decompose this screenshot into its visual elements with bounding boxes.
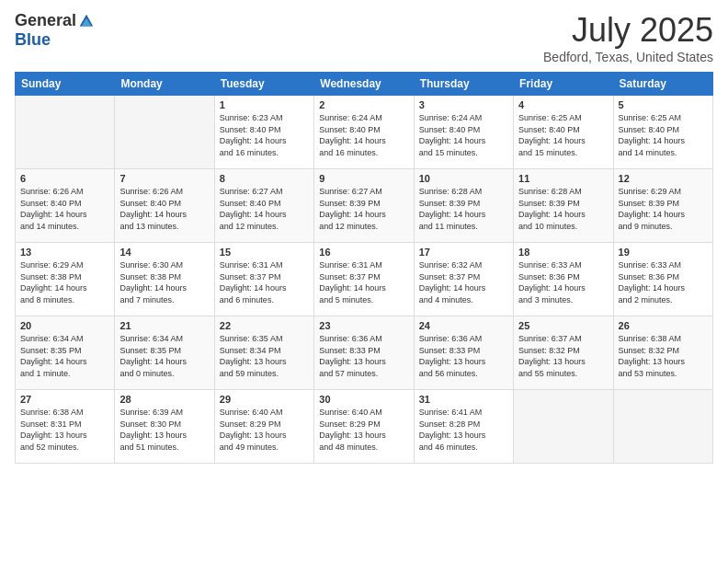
day-cell: 19Sunrise: 6:33 AM Sunset: 8:36 PM Dayli… [613, 243, 712, 316]
day-cell: 13Sunrise: 6:29 AM Sunset: 8:38 PM Dayli… [16, 243, 115, 316]
weekday-header-row: Sunday Monday Tuesday Wednesday Thursday… [16, 73, 713, 96]
day-number: 26 [619, 320, 708, 331]
day-number: 12 [619, 173, 708, 184]
day-info: Sunrise: 6:28 AM Sunset: 8:39 PM Dayligh… [518, 186, 608, 232]
day-info: Sunrise: 6:33 AM Sunset: 8:36 PM Dayligh… [619, 259, 708, 305]
day-cell: 22Sunrise: 6:35 AM Sunset: 8:34 PM Dayli… [214, 316, 313, 390]
day-cell: 5Sunrise: 6:25 AM Sunset: 8:40 PM Daylig… [613, 96, 712, 169]
header-friday: Friday [514, 73, 613, 96]
day-cell: 27Sunrise: 6:38 AM Sunset: 8:31 PM Dayli… [16, 390, 115, 464]
title-section: July 2025 Bedford, Texas, United States [543, 11, 713, 64]
day-cell: 9Sunrise: 6:27 AM Sunset: 8:39 PM Daylig… [314, 169, 414, 243]
month-title: July 2025 [543, 11, 713, 50]
week-row-1: 1Sunrise: 6:23 AM Sunset: 8:40 PM Daylig… [16, 96, 713, 169]
day-number: 25 [518, 320, 608, 331]
day-number: 10 [419, 173, 508, 184]
main-container: General Blue July 2025 Bedford, Texas, U… [0, 0, 728, 475]
header-thursday: Thursday [414, 73, 513, 96]
day-cell: 3Sunrise: 6:24 AM Sunset: 8:40 PM Daylig… [414, 96, 513, 169]
day-cell: 10Sunrise: 6:28 AM Sunset: 8:39 PM Dayli… [414, 169, 513, 243]
day-cell: 16Sunrise: 6:31 AM Sunset: 8:37 PM Dayli… [314, 243, 414, 316]
day-number: 17 [419, 247, 508, 258]
day-cell: 26Sunrise: 6:38 AM Sunset: 8:32 PM Dayli… [613, 316, 712, 390]
day-info: Sunrise: 6:38 AM Sunset: 8:31 PM Dayligh… [20, 407, 109, 453]
day-number: 5 [619, 99, 708, 110]
day-cell: 11Sunrise: 6:28 AM Sunset: 8:39 PM Dayli… [514, 169, 613, 243]
location: Bedford, Texas, United States [543, 50, 713, 64]
day-cell: 14Sunrise: 6:30 AM Sunset: 8:38 PM Dayli… [115, 243, 214, 316]
header-monday: Monday [115, 73, 214, 96]
week-row-5: 27Sunrise: 6:38 AM Sunset: 8:31 PM Dayli… [16, 390, 713, 464]
day-cell: 2Sunrise: 6:24 AM Sunset: 8:40 PM Daylig… [314, 96, 414, 169]
day-info: Sunrise: 6:25 AM Sunset: 8:40 PM Dayligh… [619, 112, 708, 158]
day-number: 23 [319, 320, 408, 331]
day-info: Sunrise: 6:23 AM Sunset: 8:40 PM Dayligh… [220, 112, 309, 158]
day-cell: 31Sunrise: 6:41 AM Sunset: 8:28 PM Dayli… [414, 390, 513, 464]
day-info: Sunrise: 6:27 AM Sunset: 8:40 PM Dayligh… [220, 186, 309, 232]
day-cell: 6Sunrise: 6:26 AM Sunset: 8:40 PM Daylig… [16, 169, 115, 243]
day-info: Sunrise: 6:34 AM Sunset: 8:35 PM Dayligh… [119, 333, 209, 379]
day-number: 8 [220, 173, 309, 184]
day-number: 11 [518, 173, 608, 184]
day-cell [115, 96, 214, 169]
logo-blue-text: Blue [15, 30, 51, 50]
day-number: 16 [319, 247, 408, 258]
day-cell: 24Sunrise: 6:36 AM Sunset: 8:33 PM Dayli… [414, 316, 513, 390]
day-number: 28 [119, 394, 209, 405]
header-wednesday: Wednesday [314, 73, 414, 96]
day-number: 4 [518, 99, 608, 110]
day-info: Sunrise: 6:41 AM Sunset: 8:28 PM Dayligh… [419, 407, 508, 453]
day-cell [514, 390, 613, 464]
day-number: 21 [119, 320, 209, 331]
day-cell: 8Sunrise: 6:27 AM Sunset: 8:40 PM Daylig… [214, 169, 313, 243]
day-number: 3 [419, 99, 508, 110]
calendar-table: Sunday Monday Tuesday Wednesday Thursday… [15, 72, 713, 464]
day-cell: 18Sunrise: 6:33 AM Sunset: 8:36 PM Dayli… [514, 243, 613, 316]
day-info: Sunrise: 6:26 AM Sunset: 8:40 PM Dayligh… [119, 186, 209, 232]
day-number: 20 [20, 320, 109, 331]
day-number: 6 [20, 173, 109, 184]
header-tuesday: Tuesday [214, 73, 313, 96]
day-cell: 17Sunrise: 6:32 AM Sunset: 8:37 PM Dayli… [414, 243, 513, 316]
header-sunday: Sunday [16, 73, 115, 96]
day-info: Sunrise: 6:40 AM Sunset: 8:29 PM Dayligh… [220, 407, 309, 453]
header: General Blue July 2025 Bedford, Texas, U… [15, 11, 713, 64]
week-row-4: 20Sunrise: 6:34 AM Sunset: 8:35 PM Dayli… [16, 316, 713, 390]
day-cell: 7Sunrise: 6:26 AM Sunset: 8:40 PM Daylig… [115, 169, 214, 243]
day-cell [613, 390, 712, 464]
week-row-2: 6Sunrise: 6:26 AM Sunset: 8:40 PM Daylig… [16, 169, 713, 243]
day-cell: 30Sunrise: 6:40 AM Sunset: 8:29 PM Dayli… [314, 390, 414, 464]
day-number: 22 [220, 320, 309, 331]
day-info: Sunrise: 6:31 AM Sunset: 8:37 PM Dayligh… [220, 259, 309, 305]
day-cell [16, 96, 115, 169]
day-cell: 12Sunrise: 6:29 AM Sunset: 8:39 PM Dayli… [613, 169, 712, 243]
day-info: Sunrise: 6:33 AM Sunset: 8:36 PM Dayligh… [518, 259, 608, 305]
day-info: Sunrise: 6:39 AM Sunset: 8:30 PM Dayligh… [119, 407, 209, 453]
logo-icon [78, 13, 95, 29]
day-info: Sunrise: 6:31 AM Sunset: 8:37 PM Dayligh… [319, 259, 408, 305]
day-info: Sunrise: 6:36 AM Sunset: 8:33 PM Dayligh… [319, 333, 408, 379]
day-number: 15 [220, 247, 309, 258]
day-cell: 15Sunrise: 6:31 AM Sunset: 8:37 PM Dayli… [214, 243, 313, 316]
logo-general-text: General [15, 11, 76, 30]
day-cell: 25Sunrise: 6:37 AM Sunset: 8:32 PM Dayli… [514, 316, 613, 390]
day-info: Sunrise: 6:29 AM Sunset: 8:39 PM Dayligh… [619, 186, 708, 232]
day-number: 14 [119, 247, 209, 258]
day-number: 1 [220, 99, 309, 110]
logo: General Blue [15, 11, 95, 50]
day-number: 2 [319, 99, 408, 110]
day-cell: 23Sunrise: 6:36 AM Sunset: 8:33 PM Dayli… [314, 316, 414, 390]
day-info: Sunrise: 6:40 AM Sunset: 8:29 PM Dayligh… [319, 407, 408, 453]
day-cell: 21Sunrise: 6:34 AM Sunset: 8:35 PM Dayli… [115, 316, 214, 390]
day-number: 27 [20, 394, 109, 405]
day-number: 13 [20, 247, 109, 258]
day-info: Sunrise: 6:36 AM Sunset: 8:33 PM Dayligh… [419, 333, 508, 379]
day-info: Sunrise: 6:34 AM Sunset: 8:35 PM Dayligh… [20, 333, 109, 379]
day-cell: 28Sunrise: 6:39 AM Sunset: 8:30 PM Dayli… [115, 390, 214, 464]
day-cell: 1Sunrise: 6:23 AM Sunset: 8:40 PM Daylig… [214, 96, 313, 169]
day-info: Sunrise: 6:37 AM Sunset: 8:32 PM Dayligh… [518, 333, 608, 379]
day-info: Sunrise: 6:26 AM Sunset: 8:40 PM Dayligh… [20, 186, 109, 232]
week-row-3: 13Sunrise: 6:29 AM Sunset: 8:38 PM Dayli… [16, 243, 713, 316]
day-number: 7 [119, 173, 209, 184]
day-cell: 29Sunrise: 6:40 AM Sunset: 8:29 PM Dayli… [214, 390, 313, 464]
